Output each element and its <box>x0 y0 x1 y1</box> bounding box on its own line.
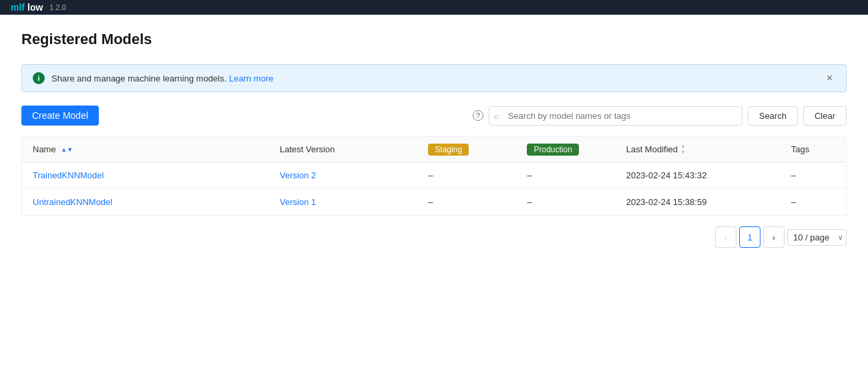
pagination-prev-button[interactable]: ‹ <box>715 226 736 248</box>
row-production: – <box>516 189 615 216</box>
version-link[interactable]: Version 1 <box>280 197 316 207</box>
table-row: UntrainedKNNModel Version 1 – – 2023-02-… <box>22 189 847 216</box>
row-staging: – <box>417 162 516 189</box>
search-input-wrapper: ⌕ <box>489 106 742 126</box>
row-name: TrainedKNNModel <box>22 162 270 189</box>
row-tags: – <box>781 189 847 216</box>
row-tags: – <box>781 162 847 189</box>
model-name-link[interactable]: TrainedKNNModel <box>33 170 103 180</box>
toolbar: Create Model ? ⌕ Search Clear <box>21 106 847 126</box>
name-sort-icon: ▲▼ <box>61 147 73 153</box>
pagination: ‹ 1 › 10 / page 20 / page 50 / page <box>21 216 847 253</box>
nav-version: 1.2.0 <box>49 3 65 11</box>
col-latest-version: Latest Version <box>269 137 417 162</box>
row-name: UntrainedKNNModel <box>22 189 270 216</box>
info-banner-left: i Share and manage machine learning mode… <box>33 72 273 84</box>
pagination-next-button[interactable]: › <box>763 226 785 248</box>
col-tags: Tags <box>781 137 847 162</box>
page-title: Registered Models <box>21 31 847 48</box>
row-latest-version: Version 1 <box>269 189 417 216</box>
toolbar-right: ? ⌕ Search Clear <box>473 106 847 126</box>
col-production: Production <box>516 137 615 162</box>
top-navbar: mlflow 1.2.0 <box>0 0 868 15</box>
last-modified-sort-icon: ▲ ▼ <box>680 144 686 155</box>
info-icon: i <box>33 72 45 84</box>
clear-button[interactable]: Clear <box>803 106 847 126</box>
row-staging: – <box>417 189 516 216</box>
create-model-button[interactable]: Create Model <box>21 106 99 126</box>
models-table: Name ▲▼ Latest Version Staging Productio… <box>21 136 847 216</box>
row-last-modified: 2023-02-24 15:43:32 <box>616 162 781 189</box>
logo-white-text: low <box>27 2 43 13</box>
col-staging: Staging <box>417 137 516 162</box>
learn-more-link[interactable]: Learn more <box>229 73 273 83</box>
toolbar-left: Create Model <box>21 106 99 126</box>
page-size-wrapper: 10 / page 20 / page 50 / page <box>787 229 847 246</box>
production-badge: Production <box>527 144 578 156</box>
row-last-modified: 2023-02-24 15:38:59 <box>616 189 781 216</box>
info-banner: i Share and manage machine learning mode… <box>21 64 847 92</box>
logo-blue-text: mlf <box>11 2 25 13</box>
table-row: TrainedKNNModel Version 2 – – 2023-02-24… <box>22 162 847 189</box>
pagination-page-1-button[interactable]: 1 <box>739 226 761 248</box>
page-size-select[interactable]: 10 / page 20 / page 50 / page <box>787 229 847 246</box>
row-latest-version: Version 2 <box>269 162 417 189</box>
banner-close-button[interactable]: × <box>824 71 835 85</box>
col-last-modified[interactable]: Last Modified ▲ ▼ <box>616 137 781 162</box>
search-input[interactable] <box>489 106 742 126</box>
row-production: – <box>516 162 615 189</box>
model-name-link[interactable]: UntrainedKNNModel <box>33 197 112 207</box>
table-header-row: Name ▲▼ Latest Version Staging Productio… <box>22 137 847 162</box>
help-icon[interactable]: ? <box>473 110 483 121</box>
search-icon: ⌕ <box>494 111 499 121</box>
nav-logo: mlflow 1.2.0 <box>11 2 66 13</box>
staging-badge: Staging <box>428 144 469 156</box>
table-body: TrainedKNNModel Version 2 – – 2023-02-24… <box>22 162 847 216</box>
col-name[interactable]: Name ▲▼ <box>22 137 270 162</box>
info-text: Share and manage machine learning models… <box>51 73 273 83</box>
search-button[interactable]: Search <box>748 106 798 126</box>
version-link[interactable]: Version 2 <box>280 170 316 180</box>
main-content: Registered Models i Share and manage mac… <box>0 15 868 269</box>
table-header: Name ▲▼ Latest Version Staging Productio… <box>22 137 847 162</box>
